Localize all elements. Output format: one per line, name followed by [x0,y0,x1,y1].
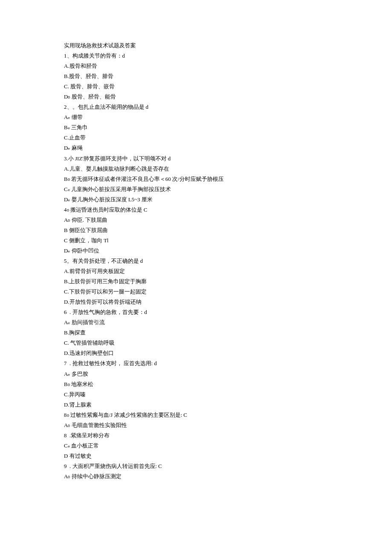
question-option: C. 气管插管辅助呼吸 [64,338,328,348]
question-option: C.止血带 [64,133,328,143]
question-stem: 5。有关骨折处理，不正确的是 d [64,256,328,266]
question-stem: 4₀ 搬运昏迷伤员时应取的体位是 C [64,205,328,215]
question-stem: 2、。包扎止血法不能用的物品是 d [64,102,328,112]
question-option: A.股骨和胫骨 [64,61,328,71]
question-option: A₀ 毛细血管脆性实验阳性 [64,420,328,430]
question-option: B₀ 若无循环体征或者伴灌注不良且心率＜60 次/分时应赋予胁根压 [64,174,328,184]
question-option: Cₑ 儿童胸外心脏按压采用单手胸部按压技术 [64,184,328,195]
question-stem: 3.小 JIZ'肺复苏循环支持中，以下明颂不对 d [64,154,328,164]
question-option: Dₑ 仰卧中凹位 [64,246,328,256]
question-option: Bₑ 三角巾 [64,122,328,133]
question-option: C.下肢骨折可以和另一腿一起固定 [64,287,328,297]
document-page: 实用现场急救技术试题及答案 1、构成膝关节的骨有：dA.股骨和胫骨B.股骨、胫骨… [0,0,392,555]
document-body: 1、构成膝关节的骨有：dA.股骨和胫骨B.股骨、胫骨、腓骨C. 股骨、腓骨、嵌骨… [64,51,328,482]
question-option: Dₑ 婴儿胸外心脏按压深度 L5~3 厘米 [64,195,328,205]
question-option: C. 股骨、腓骨、嵌骨 [64,81,328,92]
question-option: Aₑ 绷带 [64,112,328,122]
question-stem: 6 . 开放性气胸的急救，首先要：d [64,307,328,317]
question-stem: 1、构成膝关节的骨有：d [64,51,328,61]
question-option: D.迅速封闭胸壁创口 [64,348,328,358]
question-option: D 有过敏史 [64,451,328,461]
question-option: A₀ 仰臣. 下肢屈曲 [64,215,328,225]
question-option: 8 .紫痛呈对称分布 [64,430,328,441]
question-option: A₀ 持续中心静脉压测定 [64,471,328,482]
question-option: D₀ 股骨、胫骨、能骨 [64,92,328,102]
question-option: Cₑ 血小板正常 [64,441,328,451]
question-option: B.胸探查 [64,328,328,338]
question-stem: 9 . 大面积严重烧伤病人转运前首先应: C [64,461,328,471]
question-option: A.前臂骨折可用夹板固定 [64,266,328,276]
question-option: B.股骨、胫骨、腓骨 [64,71,328,81]
document-title: 实用现场急救技术试题及答案 [64,41,328,51]
question-option: A.儿童、婴儿触摸肱动脉判断心跳是否存在 [64,164,328,174]
question-stem: 7 . 抢救过敏性休克时， 应首先选用: d [64,358,328,369]
question-option: Aₑ 肋间插管引流 [64,317,328,328]
question-option: B 侧臣位下肢屈曲 [64,225,328,235]
question-stem: 8₀ 过敏性紫瘢与血/J 浓减少性紫痛的主要区别是: C [64,410,328,420]
question-option: B₀ 地塞米松 [64,379,328,389]
question-option: B.上肢骨折可用三角巾固定于胸廓 [64,276,328,287]
question-option: Aₑ 多巴胺 [64,369,328,379]
question-option: C.异丙嗪 [64,389,328,400]
question-option: Dₑ 麻绳 [64,143,328,153]
question-option: C 侧删立，珈向 Tl [64,235,328,246]
question-option: D.开放性骨折可以将骨折端还纳 [64,297,328,307]
question-option: D.肾上腺素 [64,400,328,410]
